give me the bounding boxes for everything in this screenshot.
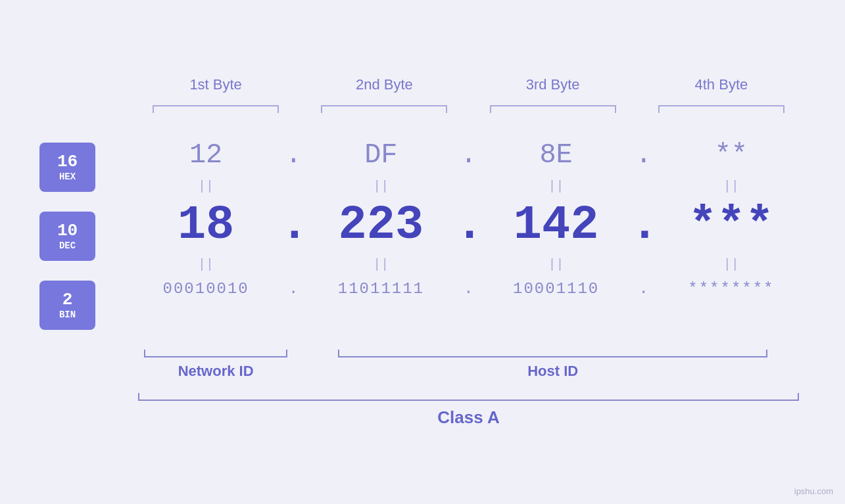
equals-row-1: || || || || xyxy=(132,179,806,194)
bin-badge: 2 BIN xyxy=(39,281,95,330)
eq-2-3: || xyxy=(482,257,631,272)
bottom-brackets-inner: Network ID Host ID xyxy=(132,350,806,383)
host-bracket-line xyxy=(338,350,767,357)
top-bracket-3 xyxy=(490,105,616,113)
host-id-bracket: Host ID xyxy=(300,350,806,380)
top-bracket-2 xyxy=(321,105,447,113)
dec-val-1: 18 xyxy=(132,195,280,256)
dec-badge-number: 10 xyxy=(57,221,78,241)
hex-badge: 16 HEX xyxy=(39,143,95,192)
bin-val-2: 11011111 xyxy=(306,273,455,304)
dec-dot-1: . xyxy=(280,198,306,252)
eq-1-3: || xyxy=(482,179,631,194)
host-id-label: Host ID xyxy=(527,363,578,380)
hex-badge-label: HEX xyxy=(59,172,76,182)
hex-badge-number: 16 xyxy=(57,152,78,172)
network-id-label: Network ID xyxy=(178,363,254,380)
dec-badge: 10 DEC xyxy=(39,212,95,261)
bin-badge-number: 2 xyxy=(62,290,73,309)
hex-val-4: ** xyxy=(657,133,806,177)
bottom-brackets-row: Network ID Host ID xyxy=(132,350,806,380)
dec-dot-3: . xyxy=(631,198,657,252)
bottom-bracket-section: Network ID Host ID xyxy=(39,350,806,383)
class-label: Class A xyxy=(437,407,499,428)
watermark: ipshu.com xyxy=(794,486,833,496)
class-inner: Class A xyxy=(132,393,806,428)
dec-val-3: 142 xyxy=(482,195,631,256)
byte-header-2: 2nd Byte xyxy=(300,76,468,99)
bin-val-1: 00010010 xyxy=(132,273,280,304)
values-section: 12 . DF . 8E . ** || || || || 18 xyxy=(132,133,806,340)
byte-header-1: 1st Byte xyxy=(132,76,300,99)
byte-header-3: 3rd Byte xyxy=(469,76,637,99)
eq-2-1: || xyxy=(132,257,280,272)
hex-dot-2: . xyxy=(456,139,482,171)
hex-row: 12 . DF . 8E . ** xyxy=(132,133,806,177)
hex-val-1: 12 xyxy=(132,133,280,177)
byte-headers-row: 1st Byte 2nd Byte 3rd Byte 4th Byte xyxy=(39,76,806,99)
bin-val-4: ******** xyxy=(657,273,806,304)
main-container: 1st Byte 2nd Byte 3rd Byte 4th Byte 16 H… xyxy=(0,0,845,504)
dec-row: 18 . 223 . 142 . *** xyxy=(132,195,806,256)
equals-row-2: || || || || xyxy=(132,257,806,272)
class-section: Class A xyxy=(39,393,806,428)
bin-dot-3: . xyxy=(631,280,657,298)
main-area: 16 HEX 10 DEC 2 BIN 12 . DF . 8E . ** xyxy=(39,133,806,340)
network-id-bracket: Network ID xyxy=(132,350,300,380)
eq-2-4: || xyxy=(657,257,806,272)
top-bracket-4 xyxy=(658,105,785,113)
hex-dot-3: . xyxy=(631,139,657,171)
byte-header-4: 4th Byte xyxy=(637,76,806,99)
hex-val-3: 8E xyxy=(482,133,631,177)
dec-badge-label: DEC xyxy=(59,241,76,251)
bin-badge-label: BIN xyxy=(59,309,76,320)
class-bracket-line xyxy=(138,393,799,401)
dec-dot-2: . xyxy=(456,198,482,252)
eq-1-1: || xyxy=(132,179,280,194)
top-bracket-1 xyxy=(153,105,279,113)
bin-dot-1: . xyxy=(280,280,306,298)
hex-dot-1: . xyxy=(280,139,306,171)
hex-val-2: DF xyxy=(306,133,455,177)
bin-row: 00010010 . 11011111 . 10001110 . *******… xyxy=(132,273,806,304)
eq-1-4: || xyxy=(657,179,806,194)
dec-val-4: *** xyxy=(657,195,806,256)
network-bracket-line xyxy=(144,350,287,357)
badges-column: 16 HEX 10 DEC 2 BIN xyxy=(39,133,132,340)
dec-val-2: 223 xyxy=(306,195,455,256)
eq-1-2: || xyxy=(306,179,455,194)
top-bracket-row xyxy=(39,105,806,113)
bin-dot-2: . xyxy=(456,280,482,298)
bin-val-3: 10001110 xyxy=(482,273,631,304)
eq-2-2: || xyxy=(306,257,455,272)
